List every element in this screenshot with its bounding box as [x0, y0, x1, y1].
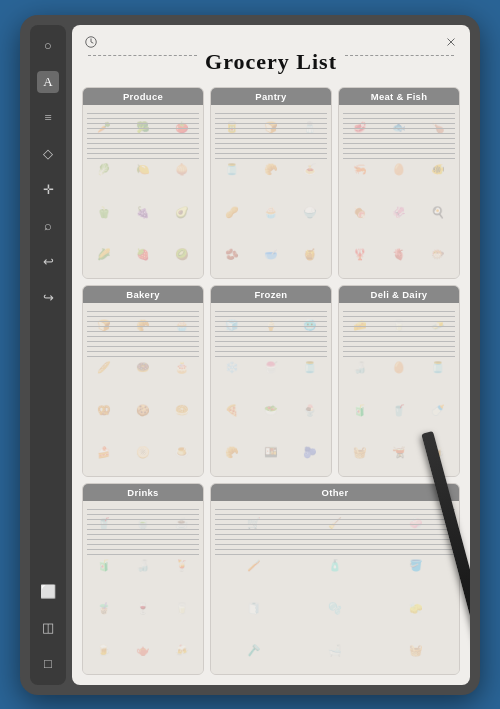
grid-item-header-drinks: Drinks — [83, 484, 203, 501]
search-icon[interactable]: ⌕ — [37, 215, 59, 237]
grid-item-produce: Produce🥕🥦🍅🥬🍋🧅🫑🍇🥑🌽🍓🥝 — [82, 87, 204, 279]
grid-item-header-pantry: Pantry — [211, 88, 331, 105]
grid-item-body-deli-dairy: 🧀🥛🧈🍶🥚🫙🧃🥤🍼🧺🫕🍺 — [339, 303, 459, 476]
grid-item-drinks: Drinks🥤🍵☕🧃🍶🍹🧋🍷🥛🍺🫖🍻 — [82, 483, 204, 675]
grid-item-body-other: 🛒🧹🧼🪥🧴🪣🧻🫧🧽🪒🛁🧺 — [211, 501, 459, 674]
grid-item-header-produce: Produce — [83, 88, 203, 105]
grid-item-header-meat-fish: Meat & Fish — [339, 88, 459, 105]
screen: Grocery List Produce🥕🥦🍅🥬🍋🧅🫑🍇🥑🌽🍓🥝Pantry🥫🍞… — [72, 25, 470, 685]
menu-icon[interactable]: ≡ — [37, 107, 59, 129]
grid-item-pantry: Pantry🥫🍞🧂🫙🥐🍝🥜🧁🍚🫘🥣🍯 — [210, 87, 332, 279]
layers-icon[interactable]: ◫ — [37, 617, 59, 639]
grid-item-header-other: Other — [211, 484, 459, 501]
export-icon[interactable]: ⬜ — [37, 581, 59, 603]
close-icon[interactable] — [442, 33, 460, 51]
grid-item-body-bakery: 🍞🥐🧁🥖🍩🎂🥨🍪🥯🍰🫓🍮 — [83, 303, 203, 476]
top-left-icon[interactable] — [82, 33, 100, 51]
page-title: Grocery List — [205, 49, 337, 75]
grid-item-body-meat-fish: 🥩🐟🍗🦐🥚🐠🍖🦑🍳🦞🫀🐡 — [339, 105, 459, 278]
undo-icon[interactable]: ↩ — [37, 251, 59, 273]
grid-item-body-pantry: 🥫🍞🧂🫙🥐🍝🥜🧁🍚🫘🥣🍯 — [211, 105, 331, 278]
grid-item-frozen: Frozen🧊🍦🥶❄️🍧🫙🍕🥗🍨🥐🍱🫐 — [210, 285, 332, 477]
grid-item-deli-dairy: Deli & Dairy🧀🥛🧈🍶🥚🫙🧃🥤🍼🧺🫕🍺 — [338, 285, 460, 477]
redo-icon[interactable]: ↪ — [37, 287, 59, 309]
grid-item-header-frozen: Frozen — [211, 286, 331, 303]
frame-icon[interactable]: □ — [37, 653, 59, 675]
grid-item-other: Other🛒🧹🧼🪥🧴🪣🧻🫧🧽🪒🛁🧺 — [210, 483, 460, 675]
grocery-grid: Produce🥕🥦🍅🥬🍋🧅🫑🍇🥑🌽🍓🥝Pantry🥫🍞🧂🫙🥐🍝🥜🧁🍚🫘🥣🍯Mea… — [72, 81, 470, 685]
sidebar: ○A≡◇✛⌕↩↪⬜◫□ — [30, 25, 66, 685]
grid-item-header-deli-dairy: Deli & Dairy — [339, 286, 459, 303]
move-icon[interactable]: ✛ — [37, 179, 59, 201]
grid-item-body-produce: 🥕🥦🍅🥬🍋🧅🫑🍇🥑🌽🍓🥝 — [83, 105, 203, 278]
grid-item-meat-fish: Meat & Fish🥩🐟🍗🦐🥚🐠🍖🦑🍳🦞🫀🐡 — [338, 87, 460, 279]
grid-item-body-drinks: 🥤🍵☕🧃🍶🍹🧋🍷🥛🍺🫖🍻 — [83, 501, 203, 674]
circle-icon[interactable]: ○ — [37, 35, 59, 57]
grid-item-body-frozen: 🧊🍦🥶❄️🍧🫙🍕🥗🍨🥐🍱🫐 — [211, 303, 331, 476]
diamond-icon[interactable]: ◇ — [37, 143, 59, 165]
grid-item-bakery: Bakery🍞🥐🧁🥖🍩🎂🥨🍪🥯🍰🫓🍮 — [82, 285, 204, 477]
bookmark-icon[interactable]: A — [37, 71, 59, 93]
screen-header: Grocery List — [72, 25, 470, 81]
grid-item-header-bakery: Bakery — [83, 286, 203, 303]
device: ○A≡◇✛⌕↩↪⬜◫□ Grocery List Produce🥕🥦🍅🥬🍋🧅🫑🍇… — [20, 15, 480, 695]
